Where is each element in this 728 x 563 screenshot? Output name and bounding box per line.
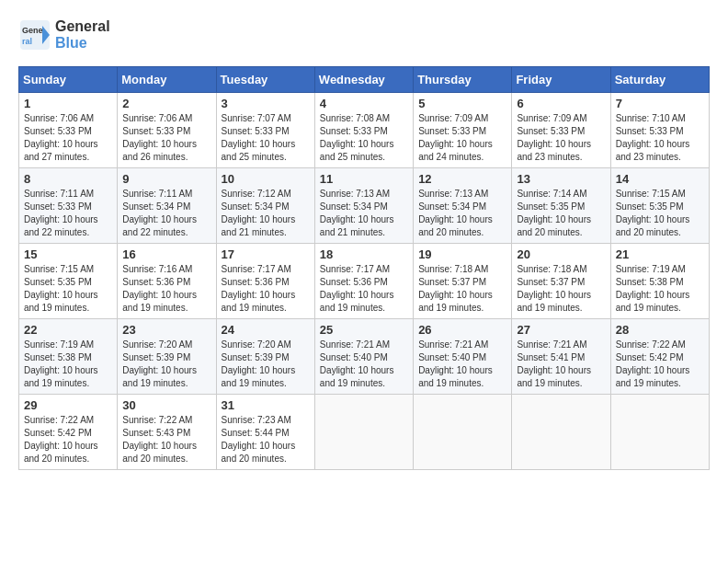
sunset-label: Sunset: 5:33 PM <box>24 126 92 136</box>
daylight-label: Daylight: 10 hours and 22 minutes. <box>122 214 197 237</box>
day-of-week-header: Monday <box>118 67 216 93</box>
day-info: Sunrise: 7:18 AM Sunset: 5:37 PM Dayligh… <box>517 263 605 315</box>
sunset-label: Sunset: 5:33 PM <box>24 201 92 212</box>
day-info: Sunrise: 7:16 AM Sunset: 5:36 PM Dayligh… <box>122 263 210 315</box>
sunset-label: Sunset: 5:37 PM <box>517 277 585 287</box>
logo-blue-text: Blue <box>55 35 87 51</box>
daylight-label: Daylight: 10 hours and 27 minutes. <box>24 139 98 162</box>
day-info: Sunrise: 7:17 AM Sunset: 5:36 PM Dayligh… <box>222 263 310 315</box>
day-info: Sunrise: 7:06 AM Sunset: 5:33 PM Dayligh… <box>122 112 210 164</box>
sunrise-label: Sunrise: 7:09 AM <box>517 113 586 123</box>
day-info: Sunrise: 7:23 AM Sunset: 5:44 PM Dayligh… <box>222 414 310 465</box>
calendar-day-cell: 16 Sunrise: 7:16 AM Sunset: 5:36 PM Dayl… <box>118 244 216 319</box>
calendar-day-cell: 14 Sunrise: 7:15 AM Sunset: 5:35 PM Dayl… <box>610 168 709 244</box>
sunrise-label: Sunrise: 7:21 AM <box>517 339 586 350</box>
day-number: 27 <box>517 323 605 337</box>
day-number: 1 <box>24 97 112 110</box>
day-number: 21 <box>616 247 704 261</box>
day-number: 31 <box>222 398 310 412</box>
day-number: 6 <box>517 97 605 110</box>
day-number: 19 <box>418 247 506 261</box>
sunrise-label: Sunrise: 7:20 AM <box>122 339 192 350</box>
sunrise-label: Sunrise: 7:15 AM <box>616 189 686 199</box>
day-info: Sunrise: 7:18 AM Sunset: 5:37 PM Dayligh… <box>418 263 506 315</box>
sunrise-label: Sunrise: 7:21 AM <box>320 339 390 350</box>
sunrise-label: Sunrise: 7:08 AM <box>320 113 390 123</box>
day-number: 23 <box>122 323 210 337</box>
day-info: Sunrise: 7:15 AM Sunset: 5:35 PM Dayligh… <box>24 263 112 315</box>
daylight-label: Daylight: 10 hours and 19 minutes. <box>616 365 690 388</box>
calendar-day-cell: 3 Sunrise: 7:07 AM Sunset: 5:33 PM Dayli… <box>216 93 314 168</box>
day-of-week-header: Wednesday <box>314 67 413 93</box>
calendar-week-row: 29 Sunrise: 7:22 AM Sunset: 5:42 PM Dayl… <box>19 395 710 470</box>
sunrise-label: Sunrise: 7:16 AM <box>122 264 192 274</box>
day-number: 5 <box>418 97 506 110</box>
calendar-day-cell: 23 Sunrise: 7:20 AM Sunset: 5:39 PM Dayl… <box>118 319 216 395</box>
day-info: Sunrise: 7:21 AM Sunset: 5:40 PM Dayligh… <box>418 339 506 390</box>
daylight-label: Daylight: 10 hours and 19 minutes. <box>320 365 394 388</box>
day-number: 17 <box>222 247 310 261</box>
calendar-day-cell: 13 Sunrise: 7:14 AM Sunset: 5:35 PM Dayl… <box>512 168 610 244</box>
sunrise-label: Sunrise: 7:10 AM <box>616 113 686 123</box>
daylight-label: Daylight: 10 hours and 20 minutes. <box>517 214 591 237</box>
calendar-day-cell: 18 Sunrise: 7:17 AM Sunset: 5:36 PM Dayl… <box>314 244 413 319</box>
sunrise-label: Sunrise: 7:18 AM <box>418 264 488 274</box>
calendar-day-cell <box>512 395 610 470</box>
calendar-week-row: 8 Sunrise: 7:11 AM Sunset: 5:33 PM Dayli… <box>19 168 710 244</box>
calendar-day-cell: 12 Sunrise: 7:13 AM Sunset: 5:34 PM Dayl… <box>414 168 512 244</box>
daylight-label: Daylight: 10 hours and 19 minutes. <box>24 365 98 388</box>
sunrise-label: Sunrise: 7:06 AM <box>24 113 94 123</box>
day-of-week-header: Friday <box>512 67 610 93</box>
sunrise-label: Sunrise: 7:20 AM <box>222 339 291 350</box>
daylight-label: Daylight: 10 hours and 19 minutes. <box>222 290 296 313</box>
daylight-label: Daylight: 10 hours and 21 minutes. <box>320 214 394 237</box>
calendar-day-cell: 7 Sunrise: 7:10 AM Sunset: 5:33 PM Dayli… <box>610 93 709 168</box>
day-info: Sunrise: 7:20 AM Sunset: 5:39 PM Dayligh… <box>122 339 210 390</box>
sunset-label: Sunset: 5:38 PM <box>24 352 92 362</box>
day-number: 2 <box>122 97 210 110</box>
page-header: Gene ral General Blue <box>18 18 710 52</box>
sunrise-label: Sunrise: 7:22 AM <box>24 415 94 425</box>
daylight-label: Daylight: 10 hours and 19 minutes. <box>418 290 493 313</box>
day-number: 18 <box>320 247 408 261</box>
daylight-label: Daylight: 10 hours and 20 minutes. <box>24 441 98 464</box>
day-info: Sunrise: 7:22 AM Sunset: 5:42 PM Dayligh… <box>616 339 704 390</box>
sunset-label: Sunset: 5:34 PM <box>122 201 190 212</box>
day-of-week-header: Saturday <box>610 67 709 93</box>
daylight-label: Daylight: 10 hours and 19 minutes. <box>222 365 296 388</box>
day-number: 16 <box>122 247 210 261</box>
day-number: 9 <box>122 172 210 186</box>
day-number: 10 <box>222 172 310 186</box>
day-info: Sunrise: 7:11 AM Sunset: 5:33 PM Dayligh… <box>24 188 112 239</box>
daylight-label: Daylight: 10 hours and 20 minutes. <box>616 214 690 237</box>
daylight-label: Daylight: 10 hours and 20 minutes. <box>222 441 296 464</box>
calendar-day-cell: 9 Sunrise: 7:11 AM Sunset: 5:34 PM Dayli… <box>118 168 216 244</box>
sunset-label: Sunset: 5:40 PM <box>320 352 388 362</box>
sunrise-label: Sunrise: 7:15 AM <box>24 264 94 274</box>
daylight-label: Daylight: 10 hours and 19 minutes. <box>517 365 591 388</box>
day-number: 20 <box>517 247 605 261</box>
sunrise-label: Sunrise: 7:17 AM <box>320 264 390 274</box>
day-info: Sunrise: 7:13 AM Sunset: 5:34 PM Dayligh… <box>320 188 408 239</box>
day-number: 12 <box>418 172 506 186</box>
sunset-label: Sunset: 5:33 PM <box>222 126 290 136</box>
daylight-label: Daylight: 10 hours and 20 minutes. <box>122 441 197 464</box>
day-info: Sunrise: 7:10 AM Sunset: 5:33 PM Dayligh… <box>616 112 704 164</box>
calendar-day-cell: 17 Sunrise: 7:17 AM Sunset: 5:36 PM Dayl… <box>216 244 314 319</box>
calendar-table: SundayMondayTuesdayWednesdayThursdayFrid… <box>18 66 710 470</box>
calendar-day-cell: 22 Sunrise: 7:19 AM Sunset: 5:38 PM Dayl… <box>19 319 118 395</box>
day-number: 15 <box>24 247 112 261</box>
calendar-day-cell: 28 Sunrise: 7:22 AM Sunset: 5:42 PM Dayl… <box>610 319 709 395</box>
day-info: Sunrise: 7:22 AM Sunset: 5:43 PM Dayligh… <box>122 414 210 465</box>
day-info: Sunrise: 7:11 AM Sunset: 5:34 PM Dayligh… <box>122 188 210 239</box>
calendar-day-cell: 10 Sunrise: 7:12 AM Sunset: 5:34 PM Dayl… <box>216 168 314 244</box>
sunrise-label: Sunrise: 7:06 AM <box>122 113 192 123</box>
calendar-week-row: 15 Sunrise: 7:15 AM Sunset: 5:35 PM Dayl… <box>19 244 710 319</box>
day-info: Sunrise: 7:09 AM Sunset: 5:33 PM Dayligh… <box>418 112 506 164</box>
sunset-label: Sunset: 5:34 PM <box>418 201 486 212</box>
day-info: Sunrise: 7:06 AM Sunset: 5:33 PM Dayligh… <box>24 112 112 164</box>
sunrise-label: Sunrise: 7:13 AM <box>418 189 488 199</box>
day-of-week-header: Tuesday <box>216 67 314 93</box>
daylight-label: Daylight: 10 hours and 25 minutes. <box>320 139 394 162</box>
day-info: Sunrise: 7:20 AM Sunset: 5:39 PM Dayligh… <box>222 339 310 390</box>
